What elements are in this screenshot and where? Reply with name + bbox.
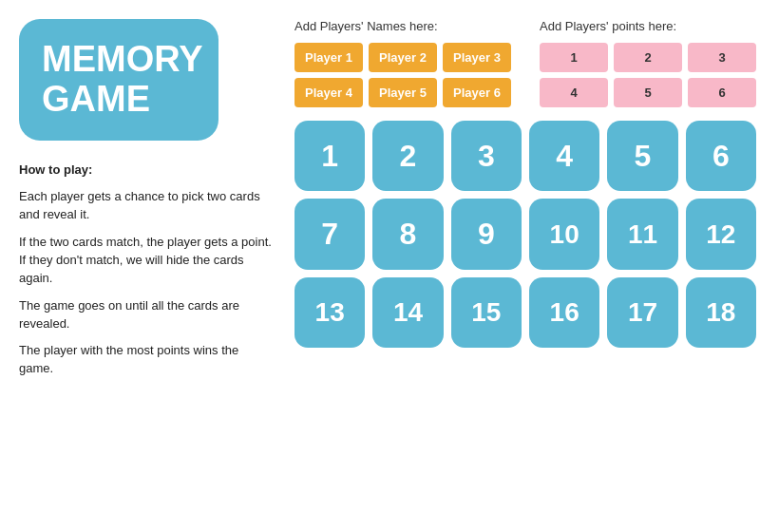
- how-to-play-label: How to play:: [19, 162, 276, 180]
- right-column: Add Players' Names here: Player 1Player …: [294, 19, 756, 513]
- number-card-11[interactable]: 11: [607, 199, 677, 269]
- instruction-para3: The game goes on until all the cards are…: [19, 297, 276, 333]
- number-card-18[interactable]: 18: [686, 277, 756, 348]
- number-card-15[interactable]: 15: [451, 277, 522, 348]
- player-name-6[interactable]: Player 6: [443, 78, 511, 107]
- instruction-para2: If the two cards match, the player gets …: [19, 234, 276, 288]
- players-points-label: Add Players' points here:: [540, 19, 756, 33]
- player-points-3[interactable]: 3: [688, 43, 756, 72]
- number-card-9[interactable]: 9: [451, 199, 522, 269]
- page: MEMORY GAME How to play: Each player get…: [0, 0, 760, 532]
- player-points-5[interactable]: 5: [614, 78, 682, 107]
- players-names-label: Add Players' Names here:: [294, 19, 511, 33]
- player-points-6[interactable]: 6: [688, 78, 756, 107]
- player-names-grid: Player 1Player 2Player 3Player 4Player 5…: [294, 43, 511, 107]
- title-line2: GAME: [42, 79, 150, 119]
- number-card-14[interactable]: 14: [372, 277, 443, 348]
- player-points-grid: 123456: [540, 43, 756, 107]
- left-column: MEMORY GAME How to play: Each player get…: [19, 19, 276, 513]
- number-card-13[interactable]: 13: [294, 277, 365, 348]
- number-card-8[interactable]: 8: [372, 199, 443, 269]
- game-title: MEMORY GAME: [19, 19, 218, 141]
- player-name-5[interactable]: Player 5: [369, 78, 437, 107]
- instruction-para4: The player with the most points wins the…: [19, 342, 276, 378]
- number-card-16[interactable]: 16: [529, 277, 599, 348]
- number-card-7[interactable]: 7: [294, 199, 365, 269]
- players-section: Add Players' Names here: Player 1Player …: [294, 19, 756, 107]
- player-name-4[interactable]: Player 4: [294, 78, 363, 107]
- player-name-2[interactable]: Player 2: [369, 43, 437, 72]
- instruction-para1: Each player gets a chance to pick two ca…: [19, 188, 276, 224]
- player-name-1[interactable]: Player 1: [294, 43, 363, 72]
- number-card-10[interactable]: 10: [529, 199, 599, 269]
- number-card-1[interactable]: 1: [294, 121, 365, 191]
- player-points-1[interactable]: 1: [540, 43, 608, 72]
- instructions: How to play: Each player gets a chance t…: [19, 162, 276, 378]
- player-name-3[interactable]: Player 3: [443, 43, 511, 72]
- title-line1: MEMORY: [42, 39, 203, 79]
- number-card-4[interactable]: 4: [529, 121, 599, 191]
- number-card-2[interactable]: 2: [372, 121, 443, 191]
- player-points-2[interactable]: 2: [614, 43, 682, 72]
- number-card-5[interactable]: 5: [607, 121, 677, 191]
- number-card-17[interactable]: 17: [607, 277, 677, 348]
- number-card-6[interactable]: 6: [686, 121, 756, 191]
- number-card-12[interactable]: 12: [686, 199, 756, 269]
- players-names-area: Add Players' Names here: Player 1Player …: [294, 19, 511, 107]
- number-card-3[interactable]: 3: [451, 121, 522, 191]
- player-points-4[interactable]: 4: [540, 78, 608, 107]
- number-grid: 123456789101112131415161718: [294, 121, 756, 348]
- players-points-area: Add Players' points here: 123456: [540, 19, 756, 107]
